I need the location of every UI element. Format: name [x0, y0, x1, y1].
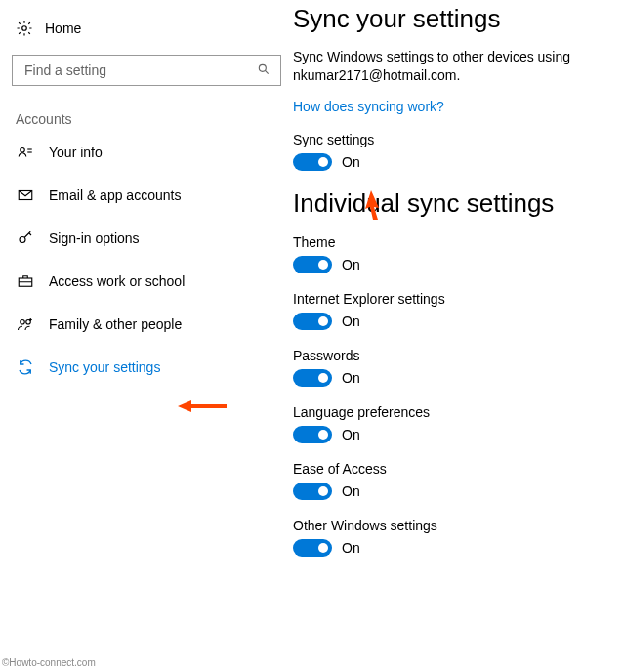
help-link[interactable]: How does syncing work? — [293, 99, 444, 114]
annotation-arrow-icon — [178, 399, 227, 414]
sidebar-item-label: Family & other people — [49, 316, 182, 332]
sidebar-item-signin[interactable]: Sign-in options — [10, 217, 283, 260]
home-label: Home — [45, 21, 81, 36]
toggle-state: On — [342, 314, 360, 329]
sidebar-item-family[interactable]: Family & other people — [10, 303, 283, 346]
toggle-label: Theme — [293, 234, 623, 250]
toggle-state: On — [342, 427, 360, 442]
svg-point-3 — [21, 148, 25, 153]
person-card-icon — [16, 143, 35, 162]
page-description: Sync Windows settings to other devices u… — [293, 48, 623, 85]
svg-marker-14 — [178, 400, 191, 412]
sidebar-item-label: Email & app accounts — [49, 188, 181, 203]
toggle-label: Other Windows settings — [293, 518, 623, 533]
toggle-state: On — [342, 257, 360, 273]
gear-icon — [16, 20, 33, 37]
key-icon — [16, 229, 35, 248]
sync-icon — [16, 357, 35, 377]
envelope-icon — [16, 186, 35, 205]
toggle-sync-settings: Sync settings On — [293, 132, 623, 171]
search-icon — [257, 63, 270, 79]
toggle-switch[interactable] — [293, 256, 332, 273]
toggle-ie: Internet Explorer settings On — [293, 291, 623, 330]
toggle-switch[interactable] — [293, 426, 332, 443]
page-title: Sync your settings — [293, 4, 623, 34]
toggle-label: Language preferences — [293, 404, 623, 420]
toggle-ease: Ease of Access On — [293, 461, 623, 500]
svg-point-7 — [20, 237, 25, 243]
toggle-other: Other Windows settings On — [293, 518, 623, 557]
search-box[interactable] — [12, 55, 281, 86]
toggle-label: Internet Explorer settings — [293, 291, 623, 307]
people-icon — [16, 315, 35, 334]
toggle-passwords: Passwords On — [293, 348, 623, 387]
toggle-switch[interactable] — [293, 483, 332, 500]
svg-marker-15 — [365, 190, 379, 220]
section-label: Accounts — [10, 111, 283, 131]
toggle-label: Sync settings — [293, 132, 623, 147]
toggle-switch[interactable] — [293, 369, 332, 387]
sidebar-item-label: Sync your settings — [49, 359, 160, 375]
annotation-cursor-icon — [363, 190, 391, 227]
toggle-switch[interactable] — [293, 153, 332, 171]
subsection-title: Individual sync settings — [293, 189, 623, 219]
sidebar-item-your-info[interactable]: Your info — [10, 131, 283, 174]
toggle-label: Passwords — [293, 348, 623, 363]
svg-line-2 — [265, 70, 268, 73]
toggle-label: Ease of Access — [293, 461, 623, 477]
toggle-switch[interactable] — [293, 313, 332, 330]
svg-point-10 — [26, 320, 31, 325]
toggle-state: On — [342, 370, 360, 386]
sidebar-item-label: Your info — [49, 145, 103, 160]
toggle-theme: Theme On — [293, 234, 623, 273]
toggle-switch[interactable] — [293, 539, 332, 557]
sidebar-item-label: Sign-in options — [49, 231, 140, 246]
toggle-language: Language preferences On — [293, 404, 623, 443]
sidebar-item-sync[interactable]: Sync your settings — [10, 346, 283, 389]
toggle-state: On — [342, 483, 360, 499]
svg-point-1 — [259, 64, 266, 71]
sidebar-item-label: Access work or school — [49, 273, 185, 289]
watermark: ©Howto-connect.com — [2, 657, 96, 668]
toggle-state: On — [342, 154, 360, 170]
svg-point-0 — [22, 26, 27, 31]
briefcase-icon — [16, 272, 35, 291]
search-input[interactable] — [22, 62, 257, 79]
toggle-state: On — [342, 540, 360, 556]
home-nav[interactable]: Home — [10, 16, 283, 49]
sidebar-item-work[interactable]: Access work or school — [10, 260, 283, 303]
sidebar-item-email[interactable]: Email & app accounts — [10, 174, 283, 217]
svg-point-9 — [21, 320, 25, 325]
